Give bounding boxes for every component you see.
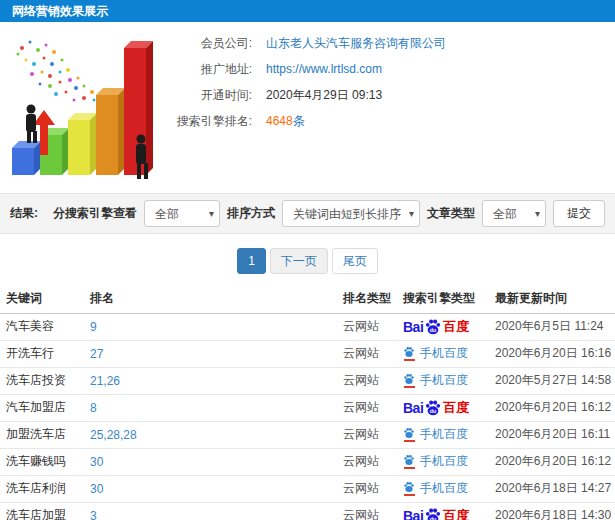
engine-select[interactable]: 全部: [144, 200, 220, 227]
mobile-baidu-icon: [403, 346, 415, 361]
rank-link[interactable]: 21,26: [90, 374, 120, 388]
svg-text:du: du: [430, 407, 436, 413]
promo-url-label: 推广地址:: [160, 61, 252, 78]
article-type-label: 文章类型: [427, 205, 475, 222]
member-info: 会员公司: 山东老人头汽车服务咨询有限公司 推广地址: https://www.…: [160, 30, 446, 134]
top-section: 会员公司: 山东老人头汽车服务咨询有限公司 推广地址: https://www.…: [0, 22, 615, 193]
engine-type-cell: 手机百度: [403, 475, 495, 502]
rank-link[interactable]: 8: [90, 401, 97, 415]
sort-select[interactable]: 关键词由短到长排序: [282, 200, 420, 227]
mobile-baidu-logo: 手机百度: [403, 426, 468, 443]
keyword-cell: 汽车美容: [0, 313, 90, 340]
mobile-baidu-text: 手机百度: [420, 426, 468, 443]
table-row: 洗车赚钱吗 30 云网站 手机百度 2020年6月20日 16:12: [0, 448, 615, 475]
promo-url-row: 推广地址: https://www.lrtlsd.com: [160, 56, 446, 82]
baidu-du-text: 百度: [443, 399, 469, 417]
last-page-button[interactable]: 尾页: [332, 248, 378, 274]
submit-button[interactable]: 提交: [553, 200, 605, 227]
rank-header: 排名: [90, 285, 343, 313]
rank-type-cell: 云网站: [343, 367, 403, 394]
sort-select-wrap: 关键词由短到长排序: [282, 200, 420, 227]
mobile-baidu-logo: 手机百度: [403, 372, 468, 389]
mobile-baidu-logo: 手机百度: [403, 480, 468, 497]
engine-type-cell: Bai du 百度: [403, 313, 495, 340]
keyword-cell: 洗车店加盟: [0, 502, 90, 520]
sort-label: 排序方式: [227, 205, 275, 222]
page-title: 网络营销效果展示: [0, 0, 615, 22]
table-body: 汽车美容 9 云网站 Bai du 百度 2020年6月5日 11:24 开洗车…: [0, 313, 615, 520]
rank-link[interactable]: 3: [90, 509, 97, 520]
engine-type-cell: 手机百度: [403, 448, 495, 475]
rank-type-cell: 云网站: [343, 313, 403, 340]
table-header-row: 关键词 排名 排名类型 搜索引擎类型 最新更新时间: [0, 285, 615, 313]
mobile-baidu-icon: [403, 481, 415, 496]
rank-cell: 27: [90, 340, 343, 367]
promo-url-link[interactable]: https://www.lrtlsd.com: [266, 62, 382, 76]
mobile-baidu-text: 手机百度: [420, 345, 468, 362]
baidu-bai-text: Bai: [403, 508, 423, 520]
rank-type-header: 排名类型: [343, 285, 403, 313]
rank-link[interactable]: 30: [90, 455, 103, 469]
rank-cell: 30: [90, 448, 343, 475]
engine-type-cell: 手机百度: [403, 340, 495, 367]
baidu-du-text: 百度: [443, 507, 469, 520]
baidu-paw-icon: du: [424, 399, 442, 417]
open-time-row: 开通时间: 2020年4月29日 09:13: [160, 82, 446, 108]
company-row: 会员公司: 山东老人头汽车服务咨询有限公司: [160, 30, 446, 56]
keyword-cell: 加盟洗车店: [0, 421, 90, 448]
mobile-baidu-icon: [403, 427, 415, 442]
table-row: 洗车店投资 21,26 云网站 手机百度 2020年5月27日 14:58: [0, 367, 615, 394]
table-row: 开洗车行 27 云网站 手机百度 2020年6月20日 16:16: [0, 340, 615, 367]
mobile-baidu-icon: [403, 373, 415, 388]
table-row: 汽车加盟店 8 云网站 Bai du 百度 2020年6月20日 16:12: [0, 394, 615, 421]
businessman-figure-left: [26, 105, 37, 144]
svg-text:du: du: [430, 326, 436, 332]
keyword-header: 关键词: [0, 285, 90, 313]
update-time-cell: 2020年6月20日 16:16: [495, 340, 615, 367]
baidu-logo: Bai du 百度: [403, 507, 469, 520]
baidu-bai-text: Bai: [403, 319, 423, 335]
table-row: 汽车美容 9 云网站 Bai du 百度 2020年6月5日 11:24: [0, 313, 615, 340]
rank-link[interactable]: 25,28,28: [90, 428, 137, 442]
engine-rank-label: 搜索引擎排名:: [160, 113, 252, 130]
rank-type-cell: 云网站: [343, 502, 403, 520]
update-time-cell: 2020年6月5日 11:24: [495, 313, 615, 340]
results-table: 关键词 排名 排名类型 搜索引擎类型 最新更新时间 汽车美容 9 云网站 Bai…: [0, 285, 615, 520]
rank-link[interactable]: 27: [90, 347, 103, 361]
update-time-cell: 2020年6月18日 14:30: [495, 502, 615, 520]
mobile-baidu-text: 手机百度: [420, 453, 468, 470]
keyword-cell: 洗车店投资: [0, 367, 90, 394]
page-1-button[interactable]: 1: [237, 248, 266, 274]
baidu-paw-icon: du: [424, 318, 442, 336]
rank-cell: 30: [90, 475, 343, 502]
rank-type-cell: 云网站: [343, 394, 403, 421]
baidu-logo: Bai du 百度: [403, 399, 469, 417]
mobile-baidu-logo: 手机百度: [403, 345, 468, 362]
rank-cell: 25,28,28: [90, 421, 343, 448]
mobile-baidu-logo: 手机百度: [403, 453, 468, 470]
open-time-value: 2020年4月29日 09:13: [266, 87, 382, 104]
table-row: 洗车店加盟 3 云网站 Bai du 百度 2020年6月18日 14:30: [0, 502, 615, 520]
rank-cell: 9: [90, 313, 343, 340]
company-label: 会员公司:: [160, 35, 252, 52]
rank-count: 4648: [266, 114, 293, 128]
engine-rank-row: 搜索引擎排名: 4648条: [160, 108, 446, 134]
table-row: 加盟洗车店 25,28,28 云网站 手机百度 2020年6月20日 16:11: [0, 421, 615, 448]
engine-type-header: 搜索引擎类型: [403, 285, 495, 313]
next-page-button[interactable]: 下一页: [270, 248, 328, 274]
article-type-select[interactable]: 全部: [482, 200, 546, 227]
company-link[interactable]: 山东老人头汽车服务咨询有限公司: [266, 35, 446, 52]
keyword-cell: 洗车店利润: [0, 475, 90, 502]
update-time-cell: 2020年6月20日 16:11: [495, 421, 615, 448]
rank-link[interactable]: 30: [90, 482, 103, 496]
rank-type-cell: 云网站: [343, 475, 403, 502]
bar-chart-illustration: [4, 30, 159, 188]
update-time-header: 最新更新时间: [495, 285, 615, 313]
baidu-bai-text: Bai: [403, 400, 423, 416]
update-time-cell: 2020年6月20日 16:12: [495, 448, 615, 475]
update-time-cell: 2020年6月20日 16:12: [495, 394, 615, 421]
rank-type-cell: 云网站: [343, 421, 403, 448]
rank-cell: 21,26: [90, 367, 343, 394]
rank-link[interactable]: 9: [90, 320, 97, 334]
engine-type-cell: 手机百度: [403, 421, 495, 448]
